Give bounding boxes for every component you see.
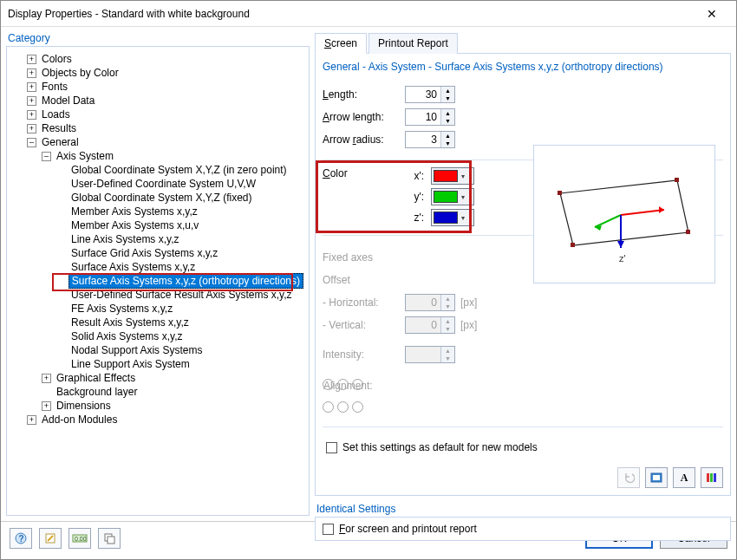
px-unit: [px] — [460, 296, 477, 309]
identical-checkbox-label: For screen and printout report — [339, 523, 477, 535]
spin-up-icon[interactable]: ▲ — [441, 109, 454, 117]
axis-preview: z' — [533, 145, 715, 283]
chevron-down-icon: ▾ — [461, 193, 465, 201]
tree-item-addon-modules[interactable]: Add-on Modules — [40, 413, 119, 427]
offset-horizontal-input — [406, 295, 440, 310]
category-panel: Category +Colors +Objects by Color +Font… — [6, 32, 310, 516]
tree-item-objects-by-color[interactable]: Objects by Color — [40, 66, 121, 80]
svg-line-12 — [595, 215, 621, 227]
tree-item-axis-child[interactable]: Global Coordinate System X,Y,Z (in zero … — [69, 163, 289, 177]
svg-rect-9 — [571, 243, 575, 247]
palette-button[interactable] — [701, 467, 723, 488]
offset-vertical-label: - Vertical: — [323, 319, 405, 331]
tree-item-results[interactable]: Results — [40, 121, 78, 135]
tree-item-axis-child[interactable]: Solid Axis Systems x,y,z — [69, 329, 184, 343]
length-input[interactable] — [406, 87, 440, 102]
tree-item-axis-child[interactable]: User-Defined Surface Result Axis Systems… — [69, 288, 294, 302]
expander-icon[interactable]: + — [27, 82, 36, 92]
color-y-swatch — [434, 191, 458, 203]
spin-down-icon[interactable]: ▼ — [441, 117, 454, 125]
tree-item-axis-child[interactable]: Nodal Support Axis Systems — [69, 343, 204, 357]
tree-item-dimensions[interactable]: Dimensions — [55, 399, 113, 413]
tab-printout-report[interactable]: Printout Report — [368, 33, 458, 54]
spin-down-icon: ▼ — [441, 355, 454, 362]
undo-button — [617, 467, 640, 488]
tree-item-axis-child[interactable]: Line Support Axis System — [69, 357, 192, 371]
expander-icon[interactable]: + — [27, 96, 36, 106]
offset-label: Offset — [323, 274, 350, 286]
color-x-picker[interactable]: ▾ — [431, 167, 474, 185]
panel-toolbar: A — [323, 467, 723, 488]
identical-checkbox[interactable] — [323, 524, 334, 535]
tree-item-general[interactable]: General — [40, 135, 81, 149]
tree-item-axis-child[interactable]: Result Axis Systems x,y,z — [69, 316, 191, 329]
collapse-icon[interactable]: – — [27, 138, 36, 147]
category-tree[interactable]: +Colors +Objects by Color +Fonts +Model … — [12, 52, 303, 427]
alignment-radio-1 — [337, 379, 349, 390]
tree-item-axis-child-selected[interactable]: Surface Axis Systems x,y,z (orthotropy d… — [68, 273, 303, 289]
tree-item-axis-child[interactable]: Surface Axis Systems x,y,z — [69, 260, 197, 274]
tab-screen[interactable]: SScreencreen — [315, 33, 367, 54]
content-area: Category +Colors +Objects by Color +Font… — [1, 27, 736, 521]
tree-item-axis-child[interactable]: FE Axis Systems x,y,z — [69, 302, 174, 316]
spin-down-icon: ▼ — [441, 325, 454, 333]
svg-rect-3 — [710, 473, 713, 482]
edit-button[interactable] — [39, 528, 62, 549]
offset-vertical-input — [406, 317, 440, 333]
tree-item-axis-child[interactable]: User-Defined Coordinate System U,V,W — [69, 177, 258, 191]
tree-item-fonts[interactable]: Fonts — [40, 80, 69, 94]
font-button[interactable]: A — [673, 467, 695, 488]
color-z-picker[interactable]: ▾ — [431, 209, 474, 226]
expander-icon[interactable]: + — [42, 401, 51, 411]
tree-item-graphical-effects[interactable]: Graphical Effects — [55, 371, 137, 385]
expander-icon[interactable]: + — [27, 415, 36, 425]
tree-item-axis-system[interactable]: Axis System — [55, 149, 115, 163]
category-caption: Category — [6, 32, 310, 44]
arrow-radius-stepper[interactable]: ▲▼ — [405, 131, 455, 148]
tree-item-model-data[interactable]: Model Data — [40, 94, 96, 107]
tree-item-axis-child[interactable]: Member Axis Systems x,y,z — [69, 205, 199, 218]
arrow-length-stepper[interactable]: ▲▼ — [405, 108, 455, 126]
length-stepper[interactable]: ▲▼ — [405, 86, 455, 103]
tree-item-axis-child[interactable]: Global Coordinate System X,Y,Z (fixed) — [69, 191, 254, 205]
default-checkbox-row[interactable]: Set this settings as default for new mod… — [323, 438, 723, 457]
expander-icon[interactable]: + — [27, 124, 36, 133]
help-button[interactable]: ? — [10, 528, 32, 549]
tree-item-background-layer[interactable]: Background layer — [55, 385, 139, 399]
svg-text:?: ? — [19, 534, 24, 544]
svg-rect-1 — [653, 475, 660, 480]
expander-icon[interactable]: + — [27, 110, 36, 120]
color-y-picker[interactable]: ▾ — [431, 188, 474, 205]
color-z-label: z': — [405, 212, 431, 224]
svg-text:0.00: 0.00 — [75, 536, 87, 542]
offset-horizontal-label: - Horizontal: — [323, 296, 405, 309]
arrow-radius-input[interactable] — [406, 132, 440, 147]
svg-marker-15 — [617, 241, 624, 248]
expander-icon[interactable]: + — [27, 68, 36, 78]
default-checkbox[interactable] — [326, 442, 337, 453]
tree-item-axis-child[interactable]: Surface Grid Axis Systems x,y,z — [69, 246, 219, 260]
intensity-label: Intensity: — [323, 348, 405, 361]
expander-icon[interactable]: + — [27, 55, 36, 64]
identical-checkbox-row[interactable]: For screen and printout report — [319, 519, 727, 538]
color-y-label: y': — [405, 191, 431, 203]
offset-horizontal-stepper: ▲▼ — [405, 294, 455, 311]
spin-up-icon[interactable]: ▲ — [441, 132, 454, 140]
arrow-length-input[interactable] — [406, 109, 440, 125]
spin-down-icon[interactable]: ▼ — [441, 140, 454, 147]
copy-button[interactable] — [98, 528, 121, 549]
tree-item-colors[interactable]: Colors — [40, 52, 74, 66]
tree-item-axis-child[interactable]: Line Axis Systems x,y,z — [69, 232, 180, 246]
section-heading: General - Axis System - Surface Axis Sys… — [323, 61, 723, 73]
collapse-icon[interactable]: – — [42, 152, 51, 161]
close-icon[interactable]: ✕ — [695, 2, 729, 26]
units-button[interactable]: 0.00 — [68, 528, 91, 549]
tree-item-loads[interactable]: Loads — [40, 107, 72, 121]
spin-up-icon[interactable]: ▲ — [441, 87, 454, 94]
load-default-button[interactable] — [645, 467, 668, 488]
tree-item-axis-child[interactable]: Member Axis Systems x,u,v — [69, 218, 200, 232]
px-unit: [px] — [460, 319, 477, 331]
expander-icon[interactable]: + — [42, 374, 51, 383]
svg-marker-5 — [560, 180, 688, 245]
spin-down-icon[interactable]: ▼ — [441, 94, 454, 102]
